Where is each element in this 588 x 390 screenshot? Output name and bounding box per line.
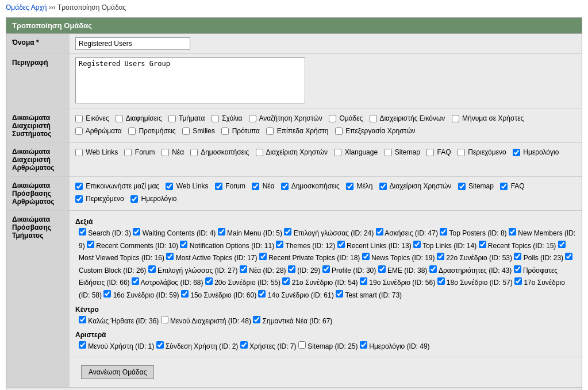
perm-checkbox[interactable]	[413, 241, 421, 248]
perm-label: Προτιμήσεις	[137, 127, 176, 135]
perm-checkbox[interactable]	[360, 277, 367, 285]
perm-checkbox[interactable]	[75, 183, 83, 190]
perm-checkbox[interactable]	[75, 195, 83, 203]
perm-item: Recent Comments (ID: 10)	[87, 242, 178, 250]
perm-checkbox[interactable]	[514, 265, 521, 273]
perm-item: Διαχείριση Χρηστών	[379, 182, 451, 190]
perm-checkbox[interactable]	[259, 253, 267, 260]
perm-checkbox[interactable]	[346, 183, 353, 190]
perm-checkbox[interactable]	[148, 265, 156, 273]
perm-checkbox[interactable]	[385, 149, 392, 156]
perm-checkbox[interactable]	[205, 277, 213, 285]
perm-checkbox[interactable]	[75, 149, 83, 156]
perm-checkbox[interactable]	[500, 183, 508, 190]
perm-item: Ομάδες	[329, 114, 363, 122]
perm-checkbox[interactable]	[133, 228, 140, 235]
perm-checkbox[interactable]	[124, 149, 132, 156]
perm-checkbox[interactable]	[329, 115, 336, 122]
perm-checkbox[interactable]	[513, 149, 520, 156]
perm-checkbox[interactable]	[253, 316, 260, 323]
perm-checkbox[interactable]	[240, 265, 247, 273]
perm-checkbox[interactable]	[514, 253, 521, 260]
perm-checkbox[interactable]	[426, 149, 434, 156]
perm-checkbox[interactable]	[218, 228, 225, 235]
perm-item: Αστρολάβος (ID: 68)	[132, 279, 203, 287]
description-value-cell: Registered Users Group	[70, 54, 582, 109]
perm-checkbox[interactable]	[180, 241, 187, 248]
perm-item: Recent Private Topics (ID: 18)	[259, 254, 360, 262]
perm-label: Μέλη	[355, 182, 372, 190]
name-input[interactable]	[75, 37, 190, 50]
perm-checkbox[interactable]	[132, 277, 139, 285]
perm-checkbox[interactable]	[75, 115, 83, 122]
perm-checkbox[interactable]	[240, 341, 248, 349]
perm-checkbox[interactable]	[335, 128, 343, 135]
perm-checkbox[interactable]	[379, 183, 387, 190]
perm-checkbox[interactable]	[479, 241, 486, 248]
perm-checkbox[interactable]	[116, 115, 123, 122]
perm-item: Sitemap (ID: 25)	[298, 342, 358, 350]
perm-checkbox[interactable]	[87, 241, 94, 248]
perm-checkbox[interactable]	[256, 149, 263, 156]
perm-checkbox[interactable]	[79, 228, 86, 235]
perm-checkbox[interactable]	[429, 265, 437, 273]
perm-checkbox[interactable]	[221, 128, 229, 135]
perm-checkbox[interactable]	[75, 128, 83, 135]
perm-checkbox[interactable]	[252, 183, 259, 190]
perm-checkbox[interactable]	[266, 128, 274, 135]
perm-label: 14ο Συνέδριο (ID: 61)	[266, 291, 333, 299]
perm-checkbox[interactable]	[378, 265, 386, 273]
perm-checkbox[interactable]	[212, 115, 219, 122]
perm-checkbox[interactable]	[452, 115, 459, 122]
perm-checkbox[interactable]	[360, 341, 367, 349]
perm-checkbox[interactable]	[103, 290, 111, 298]
forum-admin-perms-cell: Web Links Forum Νέα Δημοσκοπήσεις Διαχεί…	[70, 143, 582, 177]
perm-checkbox[interactable]	[565, 253, 572, 260]
perm-checkbox[interactable]	[181, 290, 189, 298]
perm-checkbox[interactable]	[166, 253, 174, 260]
perm-checkbox[interactable]	[168, 115, 176, 122]
perm-checkbox[interactable]	[514, 277, 522, 285]
perm-checkbox[interactable]	[558, 241, 566, 248]
perm-checkbox[interactable]	[322, 265, 330, 273]
perm-checkbox[interactable]	[182, 128, 190, 135]
perm-label: Themes (ID: 12)	[283, 242, 335, 250]
perm-checkbox[interactable]	[334, 149, 341, 156]
perm-checkbox[interactable]	[166, 183, 173, 190]
perm-checkbox[interactable]	[337, 241, 345, 248]
perm-checkbox[interactable]	[437, 277, 445, 285]
perm-checkbox[interactable]	[161, 316, 168, 323]
breadcrumb-home-link[interactable]: Ομάδες Αρχή	[6, 3, 47, 11]
perm-checkbox[interactable]	[79, 316, 86, 323]
perm-checkbox[interactable]	[376, 228, 383, 235]
perm-checkbox[interactable]	[190, 149, 198, 156]
perm-checkbox[interactable]	[162, 149, 169, 156]
perm-checkbox[interactable]	[281, 183, 289, 190]
perm-checkbox[interactable]	[288, 265, 295, 273]
perm-checkbox[interactable]	[298, 341, 306, 349]
perm-checkbox[interactable]	[458, 149, 465, 156]
submit-button[interactable]: Ανανέωση Ομάδας	[81, 365, 154, 379]
perm-checkbox[interactable]	[215, 183, 222, 190]
perm-checkbox[interactable]	[284, 228, 291, 235]
submit-value-cell: Ανανέωση Ομάδας	[70, 357, 582, 387]
perm-checkbox[interactable]	[370, 115, 377, 122]
perm-checkbox[interactable]	[509, 228, 516, 235]
description-textarea[interactable]: Registered Users Group	[75, 57, 305, 103]
perm-checkbox[interactable]	[156, 341, 164, 349]
perm-checkbox[interactable]	[249, 115, 256, 122]
perm-checkbox[interactable]	[458, 183, 466, 190]
perm-checkbox[interactable]	[282, 277, 290, 285]
perm-checkbox[interactable]	[440, 228, 447, 235]
forum-admin-label: ΔικαιώματαΔιαχειριστήΑρθρώματος	[6, 143, 70, 177]
perm-checkbox[interactable]	[128, 128, 136, 135]
perm-checkbox[interactable]	[130, 195, 138, 203]
perm-checkbox[interactable]	[79, 341, 86, 349]
perm-label: 15ο Συνέδριο (ID: 60)	[189, 291, 256, 299]
perm-checkbox[interactable]	[276, 241, 283, 248]
perm-checkbox[interactable]	[362, 253, 370, 260]
perm-checkbox[interactable]	[258, 290, 266, 298]
perm-checkbox[interactable]	[336, 290, 343, 298]
perm-label: Χρήστες (ID: 7)	[248, 342, 297, 350]
perm-checkbox[interactable]	[437, 253, 444, 260]
